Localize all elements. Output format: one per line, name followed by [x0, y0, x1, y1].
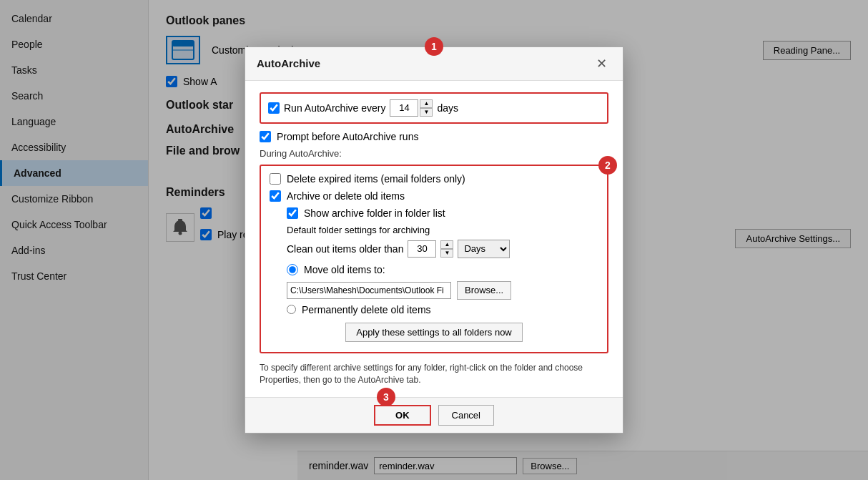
cancel-button[interactable]: Cancel	[438, 405, 494, 426]
prompt-checkbox[interactable]	[260, 131, 271, 142]
dialog-footer: 3 OK Cancel	[245, 397, 623, 433]
info-text: To specify different archive settings fo…	[260, 362, 608, 386]
archive-delete-row: Archive or delete old items	[270, 190, 598, 202]
delete-expired-row: Delete expired items (email folders only…	[270, 173, 598, 185]
default-folder-label: Default folder settings for archiving	[287, 225, 598, 235]
prompt-row: Prompt before AutoArchive runs	[260, 131, 608, 142]
run-autoarchive-checkbox[interactable]	[268, 102, 280, 114]
dialog-close-button[interactable]: ✕	[592, 54, 611, 73]
move-old-label: Move old items to:	[304, 264, 385, 275]
delete-expired-checkbox[interactable]	[270, 173, 281, 185]
days-spin-up[interactable]: ▲	[420, 99, 433, 108]
archive-browse-button[interactable]: Browse...	[457, 281, 511, 300]
archive-path-input[interactable]	[287, 282, 451, 299]
perm-delete-radio[interactable]	[287, 305, 296, 314]
days-label: days	[437, 102, 458, 114]
clean-out-label: Clean out items older than	[287, 243, 403, 255]
badge-3: 3	[377, 388, 395, 406]
clean-out-row: Clean out items older than ▲ ▼ Days Week…	[287, 240, 598, 258]
prompt-label: Prompt before AutoArchive runs	[277, 131, 418, 142]
autoarchive-dialog: AutoArchive 1 ✕ Run AutoArchive every ▲	[245, 46, 623, 434]
days-unit-select[interactable]: Days Weeks Months	[458, 240, 510, 258]
dialog-title-bar: AutoArchive 1 ✕	[245, 47, 623, 81]
during-label: During AutoArchive:	[260, 148, 608, 159]
apply-to-all-folders-button[interactable]: Apply these settings to all folders now	[345, 323, 523, 342]
perm-delete-row: Permanently delete old items	[287, 304, 598, 315]
dialog-title: AutoArchive	[257, 57, 320, 69]
days-input[interactable]	[390, 99, 418, 117]
clean-spin-up[interactable]: ▲	[440, 240, 453, 249]
move-old-row: Move old items to:	[287, 264, 598, 275]
run-autoarchive-label: Run AutoArchive every	[284, 102, 385, 114]
move-old-radio[interactable]	[287, 264, 298, 275]
badge-2: 2	[598, 156, 617, 175]
days-spin-down[interactable]: ▼	[420, 108, 433, 117]
clean-out-input[interactable]	[408, 240, 436, 258]
clean-spin-down[interactable]: ▼	[440, 249, 453, 258]
badge-1: 1	[425, 37, 443, 56]
delete-expired-label: Delete expired items (email folders only…	[287, 173, 465, 185]
dialog-body: Run AutoArchive every ▲ ▼ days Prompt be…	[245, 81, 623, 398]
show-archive-folder-row: Show archive folder in folder list	[287, 207, 598, 219]
run-autoarchive-section: Run AutoArchive every ▲ ▼ days	[260, 92, 608, 124]
show-archive-folder-checkbox[interactable]	[287, 207, 298, 219]
ok-button[interactable]: OK	[374, 405, 431, 426]
during-autoarchive-section: 2 Delete expired items (email folders on…	[260, 165, 608, 353]
show-archive-folder-label: Show archive folder in folder list	[304, 207, 445, 219]
archive-delete-label: Archive or delete old items	[287, 190, 405, 202]
archive-delete-checkbox[interactable]	[270, 190, 281, 202]
perm-delete-label: Permanently delete old items	[302, 304, 431, 315]
move-to-path-row: Browse...	[287, 281, 598, 300]
overlay: AutoArchive 1 ✕ Run AutoArchive every ▲	[0, 0, 868, 480]
